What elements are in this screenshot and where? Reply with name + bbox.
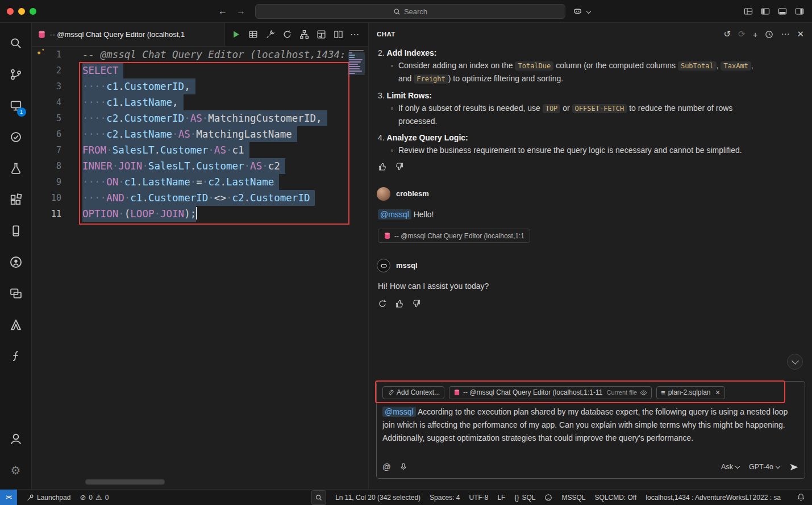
close-icon[interactable]: ✕ bbox=[797, 29, 804, 39]
mssql-mention[interactable]: @mssql bbox=[382, 407, 416, 417]
source-control-view-button[interactable] bbox=[2, 59, 30, 90]
context-plan-chip[interactable]: ≡ plan-2.sqlplan ✕ bbox=[656, 386, 725, 399]
thumbs-up-icon[interactable] bbox=[378, 162, 387, 171]
command-center-search[interactable]: Search bbox=[255, 4, 565, 19]
context-file-chip[interactable]: -- @mssql Chat Query Editor (localhost,1… bbox=[449, 386, 652, 399]
more-actions-icon[interactable]: ⋯ bbox=[781, 29, 789, 39]
code-line-7[interactable]: FROM·SalesLT.Customer·AS·c1 bbox=[66, 142, 368, 158]
editor-tab[interactable]: -- @mssql Chat Query Editor (localhost,1 bbox=[32, 23, 225, 46]
vscode-window: ← → Search bbox=[0, 0, 812, 505]
code-line-11[interactable]: OPTION·(LOOP·JOIN); bbox=[66, 206, 368, 222]
problems-status-item[interactable]: ⊘ 0 ⚠ 0 bbox=[80, 493, 109, 502]
notebook-view-button[interactable] bbox=[2, 215, 30, 246]
line-number: 3 bbox=[32, 78, 66, 94]
code-line-2[interactable]: SELECT bbox=[66, 63, 368, 78]
code-line-3[interactable]: ····c1.CustomerID, bbox=[66, 78, 368, 94]
search-view-button[interactable] bbox=[2, 27, 30, 59]
horizontal-scrollbar[interactable] bbox=[85, 479, 165, 485]
chat-input-container[interactable]: Add Context... -- @mssql Chat Query Edit… bbox=[376, 381, 805, 479]
line-number: 9 bbox=[32, 174, 66, 190]
remote-server-view-button[interactable]: 1 bbox=[2, 90, 30, 121]
estimated-plan-icon[interactable] bbox=[316, 30, 326, 39]
remote-explorer-view-button[interactable] bbox=[2, 278, 30, 309]
model-picker[interactable]: GPT-4o bbox=[749, 463, 780, 471]
database-projects-view-button[interactable] bbox=[2, 340, 30, 371]
settings-button[interactable]: ⚙ bbox=[2, 454, 30, 486]
azure-view-button[interactable] bbox=[2, 309, 30, 340]
testing-view-button[interactable] bbox=[2, 152, 30, 184]
navigate-forward-icon[interactable]: → bbox=[236, 6, 245, 16]
code-line-8[interactable]: INNER·JOIN·SalesLT.Customer·AS·c2 bbox=[66, 158, 368, 174]
add-context-button[interactable]: Add Context... bbox=[382, 386, 444, 399]
code-line-6[interactable]: ····c2.LastName·AS·MatchingLastName bbox=[66, 126, 368, 142]
close-window-button[interactable] bbox=[7, 8, 14, 15]
sqlcmd-status-item[interactable]: SQLCMD: Off bbox=[595, 494, 637, 502]
thumbs-down-icon[interactable] bbox=[395, 162, 404, 171]
task-check-view-button[interactable] bbox=[2, 121, 30, 152]
mention-picker-icon[interactable]: @ bbox=[382, 462, 391, 471]
mssql-mention[interactable]: @mssql bbox=[378, 209, 411, 220]
thumbs-down-icon[interactable] bbox=[412, 299, 421, 308]
rerun-icon[interactable] bbox=[378, 299, 387, 308]
beaker-icon bbox=[10, 162, 22, 175]
mssql-status-item[interactable]: MSSQL bbox=[561, 494, 585, 502]
inline-code-chip: TOP bbox=[543, 104, 561, 113]
toggle-primary-sidebar-icon[interactable] bbox=[761, 7, 770, 16]
schema-designer-icon[interactable] bbox=[299, 30, 309, 39]
zoom-window-button[interactable] bbox=[30, 8, 36, 15]
code-line-5[interactable]: ····c2.CustomerID·AS·MatchingCustomerID, bbox=[66, 110, 368, 126]
code-line-9[interactable]: ····ON·c1.LastName·=·c2.LastName bbox=[66, 174, 368, 190]
connect-icon[interactable] bbox=[265, 30, 275, 39]
chat-messages[interactable]: 2. Add Indexes:◦Consider adding an index… bbox=[369, 45, 812, 381]
cursor-position-status-item[interactable]: Ln 11, Col 20 (342 selected) bbox=[335, 494, 420, 502]
github-status-item[interactable] bbox=[544, 494, 552, 502]
badge: 1 bbox=[17, 107, 26, 117]
zoom-indicator[interactable] bbox=[311, 490, 326, 505]
run-query-button[interactable] bbox=[231, 30, 241, 39]
mode-picker[interactable]: Ask bbox=[721, 463, 739, 471]
history-icon[interactable] bbox=[765, 30, 773, 39]
scroll-to-bottom-button[interactable] bbox=[787, 354, 803, 370]
eol-status-item[interactable]: LF bbox=[497, 494, 505, 502]
assistant-name: mssql bbox=[396, 259, 418, 272]
language-status-item[interactable]: {} SQL bbox=[514, 494, 535, 502]
message-attachment-pill[interactable]: -- @mssql Chat Query Editor (localhost,1… bbox=[378, 229, 530, 243]
remote-indicator[interactable]: >< bbox=[0, 490, 17, 505]
minimize-window-button[interactable] bbox=[18, 8, 25, 15]
accounts-button[interactable] bbox=[2, 423, 30, 454]
code-line-10[interactable]: ····AND·c1.CustomerID·<>·c2.CustomerID bbox=[66, 190, 368, 206]
minimap[interactable] bbox=[349, 50, 364, 75]
indentation-status-item[interactable]: Spaces: 4 bbox=[430, 494, 460, 502]
github-view-button[interactable] bbox=[2, 246, 30, 278]
encoding-status-item[interactable]: UTF-8 bbox=[469, 494, 488, 502]
send-icon[interactable] bbox=[789, 462, 799, 472]
remove-attachment-icon[interactable]: ✕ bbox=[715, 389, 721, 396]
extensions-view-button[interactable] bbox=[2, 184, 30, 215]
new-chat-icon[interactable]: + bbox=[753, 30, 758, 39]
results-grid-icon[interactable] bbox=[248, 30, 258, 39]
redo-icon[interactable]: ⟳ bbox=[738, 29, 746, 39]
launchpad-status-item[interactable]: Launchpad bbox=[26, 494, 70, 502]
customize-layout-icon[interactable] bbox=[744, 7, 753, 16]
navigate-back-icon[interactable]: ← bbox=[218, 6, 227, 16]
code-line-1[interactable]: -- @mssql Chat Query Editor (localhost,1… bbox=[66, 47, 368, 63]
current-file-label: Current file bbox=[606, 389, 637, 396]
connection-status-item[interactable]: localhost,1434 : AdventureWorksLT2022 : … bbox=[646, 494, 781, 502]
microphone-icon[interactable] bbox=[399, 463, 407, 471]
toggle-panel-icon[interactable] bbox=[778, 7, 787, 16]
line-number: 4 bbox=[32, 94, 66, 110]
eye-icon[interactable] bbox=[640, 389, 647, 396]
change-connection-icon[interactable] bbox=[282, 30, 292, 39]
copilot-menu-button[interactable] bbox=[573, 6, 590, 16]
split-editor-icon[interactable] bbox=[333, 30, 343, 39]
code-editor[interactable]: ✦✦ 1234567891011 -- @mssql Chat Query Ed… bbox=[32, 47, 368, 489]
chat-input-text[interactable]: @mssql According to the execution plan s… bbox=[382, 405, 799, 458]
toggle-secondary-sidebar-icon[interactable] bbox=[795, 7, 804, 16]
line-number: 6 bbox=[32, 126, 66, 142]
code-line-4[interactable]: ····c1.LastName, bbox=[66, 94, 368, 110]
thumbs-up-icon[interactable] bbox=[395, 299, 404, 308]
undo-icon[interactable]: ↺ bbox=[724, 29, 731, 39]
more-actions-icon[interactable]: ⋯ bbox=[350, 29, 360, 40]
editor-code[interactable]: -- @mssql Chat Query Editor (localhost,1… bbox=[66, 47, 368, 222]
notifications-bell-button[interactable] bbox=[797, 493, 805, 502]
